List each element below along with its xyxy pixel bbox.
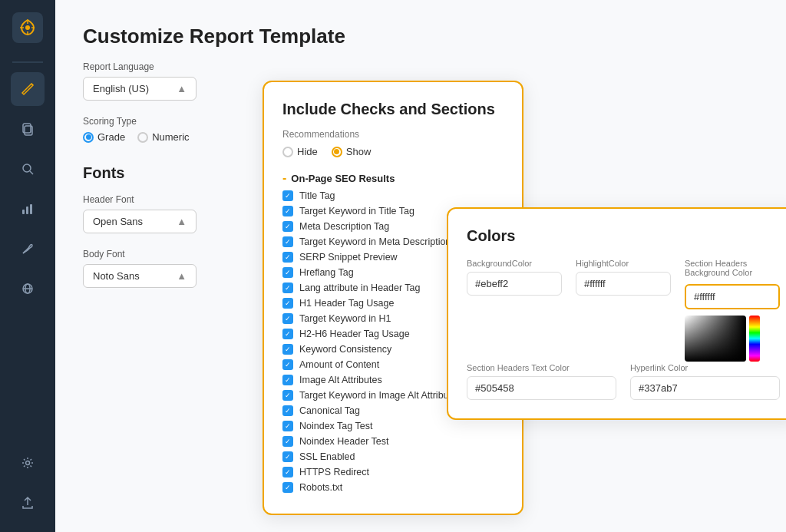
- sidebar-item-globe[interactable]: [11, 272, 45, 306]
- grade-radio-indicator: [83, 132, 94, 143]
- color-gradient-box[interactable]: [685, 316, 746, 362]
- colors-title: Colors: [467, 227, 780, 245]
- check-item-label: Canonical Tag: [299, 405, 360, 416]
- scoring-numeric-radio[interactable]: Numeric: [137, 131, 189, 143]
- bg-color-label: BackgroundColor: [467, 259, 562, 268]
- checks-section-header: - On-Page SEO Results: [282, 168, 504, 188]
- hyperlink-label: Hyperlink Color: [630, 363, 780, 372]
- main-content: Customize Report Template Report Languag…: [55, 0, 786, 532]
- sidebar-item-upload[interactable]: [11, 486, 45, 520]
- color-picker-widget: [685, 316, 780, 362]
- sidebar-item-edit[interactable]: [11, 72, 45, 106]
- check-box-icon: [282, 436, 293, 447]
- check-box-icon: [282, 236, 293, 247]
- show-radio[interactable]: Show: [332, 146, 372, 157]
- list-item[interactable]: Noindex Tag Test: [282, 418, 504, 434]
- check-box-icon: [282, 375, 293, 385]
- body-font-chevron-icon: ▲: [177, 270, 187, 282]
- checks-card-title: Include Checks and Sections: [282, 101, 504, 118]
- check-item-label: Title Tag: [299, 190, 335, 201]
- section-headers-text-field: Section Headers Text Color: [467, 363, 616, 400]
- check-box-icon: [282, 359, 293, 370]
- check-item-label: H2-H6 Header Tag Usage: [299, 329, 410, 339]
- check-box-icon: [282, 190, 293, 201]
- fonts-section-title: Fonts: [83, 164, 252, 182]
- numeric-radio-indicator: [137, 132, 148, 143]
- check-box-icon: [282, 206, 293, 216]
- list-item[interactable]: Title Tag: [282, 188, 504, 203]
- section-headers-bg-field: Section Headers Background Color: [685, 259, 780, 362]
- sidebar-item-search[interactable]: [11, 152, 45, 186]
- check-box-icon: [282, 451, 293, 462]
- header-font-chevron-icon: ▲: [177, 216, 187, 227]
- grade-label: Grade: [97, 131, 125, 143]
- check-item-label: Keyword Consistency: [299, 344, 391, 355]
- hyperlink-color-input[interactable]: [630, 376, 780, 400]
- list-item[interactable]: Robots.txt: [282, 480, 504, 495]
- bg-color-input[interactable]: [467, 272, 562, 296]
- scoring-grade-radio[interactable]: Grade: [83, 131, 125, 143]
- sidebar-divider: [12, 61, 43, 63]
- sidebar-bottom: [11, 446, 45, 520]
- checks-section-header-text: On-Page SEO Results: [291, 173, 395, 184]
- bg-color-field: BackgroundColor: [467, 259, 562, 362]
- section-headers-text-input[interactable]: [467, 376, 616, 400]
- check-item-label: HTTPS Redirect: [299, 467, 369, 477]
- header-font-select[interactable]: Open Sans ▲: [83, 210, 196, 233]
- scoring-section: Scoring Type Grade Numeric: [83, 116, 252, 143]
- check-box-icon: [282, 329, 293, 339]
- show-radio-indicator: [332, 147, 342, 157]
- header-font-label: Header Font: [83, 194, 252, 205]
- report-language-label: Report Language: [83, 61, 252, 72]
- check-item-label: Target Keyword in H1: [299, 313, 391, 324]
- check-item-label: Target Keyword in Title Tag: [299, 206, 414, 216]
- check-box-icon: [282, 344, 293, 355]
- section-headers-text-label: Section Headers Text Color: [467, 363, 616, 372]
- check-box-icon: [282, 267, 293, 278]
- hide-radio[interactable]: Hide: [282, 146, 318, 157]
- check-box-icon: [282, 283, 293, 293]
- highlight-label: HighlightColor: [576, 259, 671, 268]
- section-headers-bg-input[interactable]: [685, 284, 780, 309]
- chevron-down-icon: ▲: [177, 83, 187, 94]
- report-language-select[interactable]: English (US) ▲: [83, 77, 196, 101]
- check-box-icon: [282, 313, 293, 324]
- svg-point-0: [25, 25, 30, 30]
- sidebar-item-chart[interactable]: [11, 192, 45, 226]
- check-box-icon: [282, 421, 293, 431]
- header-font-value: Open Sans: [93, 216, 143, 227]
- body-font-select[interactable]: Noto Sans ▲: [83, 264, 196, 288]
- page-title: Customize Report Template: [83, 25, 758, 48]
- check-item-label: Robots.txt: [299, 482, 342, 493]
- section-dash-icon: -: [282, 171, 286, 185]
- check-box-icon: [282, 298, 293, 309]
- check-item-label: Lang attribute in Header Tag: [299, 283, 421, 293]
- list-item[interactable]: Noindex Header Test: [282, 434, 504, 449]
- check-box-icon: [282, 390, 293, 401]
- svg-rect-7: [30, 204, 32, 214]
- check-box-icon: [282, 221, 293, 232]
- logo[interactable]: [12, 12, 43, 43]
- grade-radio-dot: [86, 134, 91, 140]
- check-item-label: Meta Description Tag: [299, 221, 389, 232]
- svg-point-12: [26, 461, 30, 465]
- color-spectrum-bar[interactable]: [749, 316, 760, 362]
- highlight-color-input[interactable]: [576, 272, 671, 296]
- check-item-label: H1 Header Tag Usage: [299, 298, 394, 309]
- check-item-label: Hreflang Tag: [299, 267, 354, 278]
- check-item-label: Noindex Header Test: [299, 436, 389, 447]
- check-item-label: SSL Enabled: [299, 451, 355, 462]
- body-font-label: Body Font: [83, 249, 252, 259]
- sidebar-item-copy[interactable]: [11, 112, 45, 146]
- colors-row2: Section Headers Text Color Hyperlink Col…: [467, 363, 780, 400]
- colors-grid: BackgroundColor HighlightColor Section H…: [467, 259, 780, 362]
- list-item[interactable]: SSL Enabled: [282, 449, 504, 464]
- check-box-icon: [282, 252, 293, 263]
- list-item[interactable]: HTTPS Redirect: [282, 464, 504, 480]
- check-item-label: Target Keyword in Meta Description: [299, 236, 451, 247]
- sidebar-item-settings[interactable]: [11, 446, 45, 480]
- recommendations-label: Recommendations: [282, 129, 504, 140]
- colors-card: Colors BackgroundColor HighlightColor Se…: [447, 207, 786, 420]
- sidebar-item-tool[interactable]: [11, 232, 45, 266]
- left-panel: Report Language English (US) ▲ Scoring T…: [83, 61, 252, 303]
